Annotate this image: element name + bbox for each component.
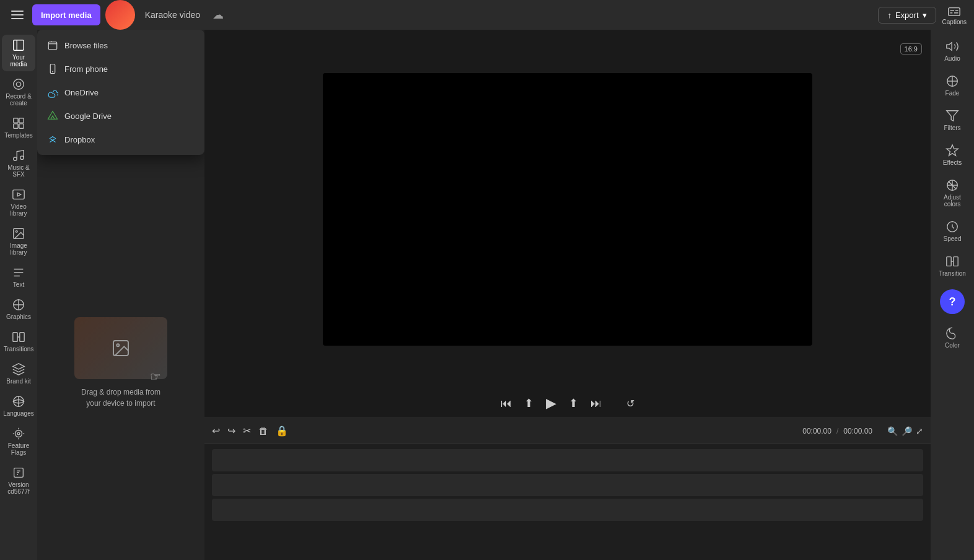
play-button[interactable]: ▶ xyxy=(546,395,556,411)
sidebar-label-feature-flags: Feature Flags xyxy=(3,442,34,456)
sidebar-label-templates: Templates xyxy=(4,132,33,139)
sidebar-item-feature-flags[interactable]: Feature Flags xyxy=(2,423,35,460)
svg-rect-11 xyxy=(19,124,24,128)
sidebar-item-version[interactable]: Version cd5677f xyxy=(2,462,35,499)
loop-button[interactable]: ↺ xyxy=(626,398,634,409)
tab-karaoke-video[interactable]: Karaoke video xyxy=(140,10,206,20)
import-media-button[interactable]: Import media xyxy=(32,4,100,25)
timeline-toolbar: ↩ ↪ ✂ 🗑 🔒 00:00.00 / 00:00.00 🔍 🔎 ⤢ xyxy=(204,418,931,444)
dropdown-from-phone[interactable]: From phone xyxy=(37,57,204,81)
sidebar-label-graphics: Graphics xyxy=(6,313,31,320)
svg-point-17 xyxy=(15,230,17,232)
timeline-track-2 xyxy=(212,474,923,496)
redo-button[interactable]: ↪ xyxy=(227,425,235,437)
right-label-speed: Speed xyxy=(944,235,962,242)
zoom-in-button[interactable]: 🔎 xyxy=(902,426,912,436)
svg-point-7 xyxy=(14,79,24,90)
dropdown-browse-files[interactable]: Browse files xyxy=(37,33,204,57)
sidebar-label-text: Text xyxy=(13,281,24,288)
right-sidebar: Audio Fade Filters Effects xyxy=(931,30,974,560)
right-item-speed[interactable]: Speed xyxy=(934,215,971,247)
sidebar-label-your-media: Your media xyxy=(3,54,34,68)
timeline-track-1 xyxy=(212,449,923,471)
right-label-filters: Filters xyxy=(944,125,960,131)
topbar: Import media Karaoke video ☁ ↑ Export ▾ … xyxy=(0,0,974,30)
export-button[interactable]: ↑ Export ▾ xyxy=(878,7,936,24)
svg-rect-9 xyxy=(19,118,24,123)
from-phone-label: From phone xyxy=(64,64,108,74)
browse-files-label: Browse files xyxy=(64,41,108,50)
sidebar-label-image-library: Image library xyxy=(3,242,34,256)
zoom-out-button[interactable]: 🔍 xyxy=(887,426,898,436)
sidebar-item-record-create[interactable]: Record & create xyxy=(2,74,35,110)
aspect-ratio-badge[interactable]: 16:9 xyxy=(900,43,922,55)
svg-rect-14 xyxy=(13,190,24,199)
svg-rect-0 xyxy=(949,7,960,15)
cloud-save-icon: ☁ xyxy=(213,8,224,22)
media-panel: Browse files From phone OneDrive xyxy=(37,30,204,560)
dropbox-label: Dropbox xyxy=(64,135,95,144)
right-label-transition: Transition xyxy=(939,270,966,277)
export-icon: ↑ xyxy=(887,11,892,20)
help-button[interactable]: ? xyxy=(940,289,965,314)
sidebar-item-templates[interactable]: Templates xyxy=(2,113,35,142)
svg-point-13 xyxy=(20,156,24,159)
right-item-color[interactable]: Color xyxy=(934,322,971,354)
right-label-effects: Effects xyxy=(943,159,962,166)
timeline-time-display: 00:00.00 / 00:00.00 xyxy=(802,427,872,435)
frame-forward-button[interactable]: ⬆ xyxy=(569,396,578,410)
main-layout: Your media Record & create Templates xyxy=(0,30,974,560)
time-separator: / xyxy=(836,427,838,435)
undo-button[interactable]: ↩ xyxy=(212,425,220,437)
sidebar-item-brand-kit[interactable]: Brand kit xyxy=(2,359,35,388)
hamburger-menu[interactable] xyxy=(7,5,27,25)
sidebar-label-record-create: Record & create xyxy=(3,93,34,107)
svg-rect-39 xyxy=(947,257,951,266)
sidebar-item-your-media[interactable]: Your media xyxy=(2,35,35,71)
dropdown-onedrive[interactable]: OneDrive xyxy=(37,81,204,104)
sidebar-item-image-library[interactable]: Image library xyxy=(2,223,35,260)
topbar-right: ↑ Export ▾ Captions xyxy=(878,5,967,25)
timeline-track-3 xyxy=(212,499,923,521)
dropdown-dropbox[interactable]: Dropbox xyxy=(37,128,204,151)
current-time: 00:00.00 xyxy=(802,427,831,435)
drag-drop-text: Drag & drop media from your device to im… xyxy=(81,387,160,409)
right-item-fade[interactable]: Fade xyxy=(934,69,971,102)
sidebar-item-music-sfx[interactable]: Music & SFX xyxy=(2,145,35,182)
dropdown-google-drive[interactable]: Google Drive xyxy=(37,104,204,128)
sidebar-item-graphics[interactable]: Graphics xyxy=(2,294,35,324)
sidebar-label-brand-kit: Brand kit xyxy=(6,378,30,385)
sidebar-item-text[interactable]: Text xyxy=(2,262,35,292)
captions-label: Captions xyxy=(942,19,967,25)
google-drive-label: Google Drive xyxy=(64,112,112,121)
sidebar-item-transitions[interactable]: Transitions xyxy=(2,326,35,356)
svg-rect-20 xyxy=(20,333,24,342)
right-item-filters[interactable]: Filters xyxy=(934,104,971,136)
skip-forward-button[interactable]: ⏭ xyxy=(590,397,602,410)
total-time: 00:00.00 xyxy=(843,427,872,435)
skip-back-button[interactable]: ⏮ xyxy=(501,397,512,410)
frame-back-button[interactable]: ⬆ xyxy=(524,396,533,410)
fit-view-button[interactable]: ⤢ xyxy=(916,426,923,436)
right-label-fade: Fade xyxy=(945,90,960,97)
right-item-transition[interactable]: Transition xyxy=(934,250,971,282)
sidebar-label-video-library: Video library xyxy=(3,203,34,217)
sidebar-item-video-library[interactable]: Video library xyxy=(2,184,35,221)
right-item-effects[interactable]: Effects xyxy=(934,139,971,171)
svg-point-24 xyxy=(15,431,22,437)
right-label-audio: Audio xyxy=(944,55,960,62)
sidebar-item-languages[interactable]: Languages xyxy=(2,391,35,421)
captions-button[interactable]: Captions xyxy=(942,5,967,25)
timeline-tracks xyxy=(204,444,931,560)
svg-point-34 xyxy=(116,344,119,346)
svg-point-12 xyxy=(14,157,17,161)
timeline: ↩ ↪ ✂ 🗑 🔒 00:00.00 / 00:00.00 🔍 🔎 ⤢ xyxy=(204,418,931,560)
center-area: 16:9 ⏮ ⬆ ▶ ⬆ ⏭ ↺ ↩ ↪ ✂ 🗑 🔒 00:00.00 / xyxy=(204,30,931,560)
svg-rect-30 xyxy=(48,42,57,50)
right-item-adjust-colors[interactable]: Adjust colors xyxy=(934,173,971,212)
scissors-button[interactable]: ✂ xyxy=(243,425,251,437)
right-item-audio[interactable]: Audio xyxy=(934,35,971,67)
lock-button[interactable]: 🔒 xyxy=(276,425,288,437)
delete-button[interactable]: 🗑 xyxy=(258,426,268,437)
right-label-color: Color xyxy=(945,342,960,349)
